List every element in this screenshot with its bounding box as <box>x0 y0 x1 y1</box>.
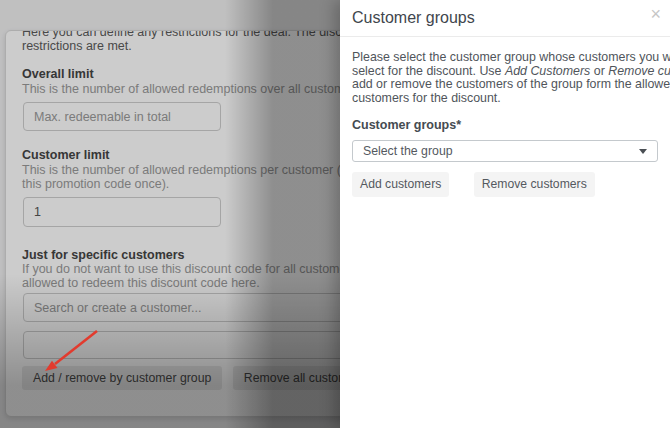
modal-description-line: select for the discount. Use Add Custome… <box>352 65 658 79</box>
modal-description-line: customers for the discount. <box>352 92 658 106</box>
customer-groups-modal: Customer groups × Please select the cust… <box>340 0 670 428</box>
modal-description-line: Please select the customer group whose c… <box>352 51 658 65</box>
overall-limit-heading: Overall limit <box>22 67 94 81</box>
screen: Here you can define any restrictions for… <box>0 0 670 428</box>
close-icon[interactable]: × <box>650 5 661 23</box>
add-remove-by-group-button[interactable]: Add / remove by customer group <box>22 366 222 390</box>
customer-limit-input[interactable] <box>23 197 221 227</box>
modal-description-line: add or remove the customers of the group… <box>352 78 658 92</box>
customer-limit-heading: Customer limit <box>22 148 110 162</box>
modal-header: Customer groups × <box>340 0 670 37</box>
customer-group-select[interactable]: Select the group <box>352 140 658 162</box>
modal-title: Customer groups <box>352 9 658 27</box>
specific-customers-heading: Just for specific customers <box>22 248 185 262</box>
customer-buttons-row: Add / remove by customer group Remove al… <box>22 366 377 390</box>
remove-customers-button[interactable]: Remove customers <box>474 172 595 197</box>
modal-body: Please select the customer group whose c… <box>340 37 670 197</box>
select-value: Select the group <box>363 144 453 158</box>
modal-buttons-row: Add customers Remove customers <box>352 172 658 197</box>
customer-groups-label: Customer groups* <box>352 118 658 132</box>
chevron-down-icon <box>639 149 647 154</box>
max-redeemable-input[interactable] <box>23 102 221 131</box>
overall-limit-description: This is the number of allowed redemption… <box>22 82 365 96</box>
add-customers-button[interactable]: Add customers <box>352 172 449 197</box>
